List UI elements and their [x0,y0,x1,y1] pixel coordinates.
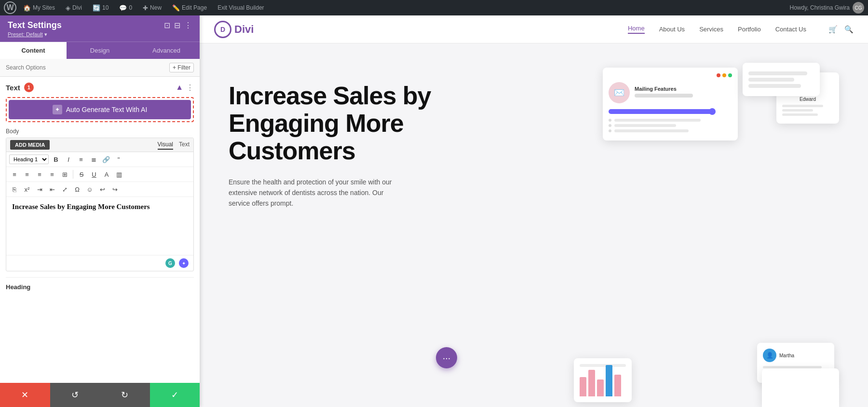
strikethrough-button[interactable]: S [76,169,87,180]
align-left-button[interactable]: ≡ [9,169,20,180]
panel-preset[interactable]: Preset: Default ▾ [8,31,192,38]
editor-tab-text[interactable]: Text [179,140,190,150]
align-justify-button[interactable]: ≡ [47,169,57,180]
add-media-button[interactable]: ADD MEDIA [10,140,50,150]
superscript-button[interactable]: x² [22,184,32,195]
nav-link-services[interactable]: Services [699,26,723,33]
section-more-icon[interactable]: ⋮ [186,83,194,92]
panel-maximize-icon[interactable]: ⊡ [164,21,170,30]
nav-link-about[interactable]: About Us [659,26,685,33]
indent-button[interactable]: ⇥ [34,184,45,195]
align-center-button[interactable]: ≡ [22,169,32,180]
dot-yellow [722,73,726,77]
filter-button[interactable]: + Filter [169,63,194,72]
left-panel: Text Settings ⊡ ⊟ ⋮ Preset: Default ▾ Co… [0,15,200,407]
dot-red [717,73,720,77]
bar-3 [597,379,604,396]
redo-button[interactable]: ↻ [100,383,150,407]
special-char-button[interactable]: Ω [72,184,82,195]
editor-tab-visual[interactable]: Visual [158,140,173,150]
section-title-text: Text [6,84,20,92]
panel-header-icons: ⊡ ⊟ ⋮ [164,21,192,30]
search-nav-icon[interactable]: 🔍 [844,25,854,34]
admin-bar-comments[interactable]: 💬 0 [115,2,136,14]
panel-tabs: Content Design Advanced [0,42,200,59]
editor-footer: G ✦ [6,255,193,271]
tab-content[interactable]: Content [0,42,67,59]
list-line-1 [609,119,732,122]
top-right-card [743,63,820,96]
card-line-short [635,94,693,98]
martha-avatar: 👤 [763,349,776,362]
nav-link-home[interactable]: Home [628,25,645,34]
mini-chart [580,370,626,396]
list-line-3 [609,129,732,132]
dot-green [728,73,732,77]
bold-button[interactable]: B [51,154,61,165]
tab-design[interactable]: Design [67,42,133,59]
body-label: Body [6,128,194,135]
site-logo-icon: D [214,21,231,38]
bar-2 [588,370,595,396]
editor-content[interactable]: Increase Sales by Engaging More Customer… [6,197,193,255]
panel-header: Text Settings ⊡ ⊟ ⋮ Preset: Default ▾ [0,15,200,42]
bullet-list-button[interactable]: ≡ [76,154,86,165]
cancel-button[interactable]: ✕ [0,383,50,407]
fullscreen-button[interactable]: ⤢ [59,184,70,195]
link-button[interactable]: 🔗 [101,154,111,165]
site-nav: D Divi Home About Us Services Portfolio … [200,15,868,43]
text-bg-button[interactable]: ▥ [114,169,124,180]
text-color-button[interactable]: A [101,169,112,180]
emoji-button[interactable]: ☺ [84,184,95,195]
outdent-button[interactable]: ⇤ [47,184,57,195]
undo-button[interactable]: ↺ [50,383,100,407]
bar-5 [614,375,621,396]
blockquote-button[interactable]: " [113,154,124,165]
wp-logo-icon[interactable]: W [4,1,16,14]
cart-icon[interactable]: 🛒 [828,25,838,34]
panel-more-icon[interactable]: ⋮ [184,21,192,30]
admin-bar-divi[interactable]: ◈ Divi [62,2,86,14]
admin-bar-loops[interactable]: 🔄 10 [89,2,112,14]
admin-bar-right: Howdy, Christina Gwira CG [790,2,864,14]
nav-link-portfolio[interactable]: Portfolio [738,26,761,33]
martha-header: 👤 Martha [763,349,828,362]
edward-avatar: 👤 [800,78,815,94]
format-row-3: ⎘ x² ⇥ ⇤ ⤢ Ω ☺ ↩ ↪ [6,182,193,197]
table-button[interactable]: ⊞ [59,169,70,180]
martha-name: Martha [779,353,794,358]
site-preview: D Divi Home About Us Services Portfolio … [200,15,868,407]
heading-section: Heading [6,277,194,291]
format-row-2: ≡ ≡ ≡ ≡ ⊞ S U A ▥ [6,167,193,182]
heading-select[interactable]: Heading 1 Heading 2 Paragraph [9,154,49,164]
panel-split-icon[interactable]: ⊟ [174,21,180,30]
numbered-list-button[interactable]: ≣ [88,154,99,165]
section-collapse-icon[interactable]: ▲ [176,83,183,92]
fab-button[interactable]: ··· [436,347,457,368]
hero-content: Increase Sales by Engaging More Customer… [229,72,431,209]
align-right-button[interactable]: ≡ [34,169,45,180]
mailing-card: ✉️ Mailing Features [603,68,738,140]
search-input[interactable] [6,64,165,71]
edward-lines [782,105,833,116]
redo-format-button[interactable]: ↪ [109,184,120,195]
nav-link-contact[interactable]: Contact Us [775,26,806,33]
site-logo: D Divi [214,21,254,38]
ai-button-wrapper: ✦ Auto Generate Text With AI [6,97,194,122]
admin-bar-edit-page[interactable]: ✏️ Edit Page [168,2,211,14]
underline-button[interactable]: U [89,169,99,180]
tab-advanced[interactable]: Advanced [133,42,200,59]
heading-section-title: Heading [6,283,30,291]
hero-title: Increase Sales by Engaging More Customer… [229,82,431,165]
hero-section: Increase Sales by Engaging More Customer… [200,43,868,407]
ai-generate-button[interactable]: ✦ Auto Generate Text With AI [9,100,191,119]
tr-lines [748,71,814,88]
paste-button[interactable]: ⎘ [9,184,20,195]
admin-bar-exit-builder[interactable]: Exit Visual Builder [214,2,268,13]
admin-avatar: CG [853,2,864,14]
admin-bar-mysites[interactable]: 🏠 My Sites [19,2,59,14]
admin-bar-new[interactable]: ✚ New [139,2,165,14]
undo-format-button[interactable]: ↩ [97,184,108,195]
save-button[interactable]: ✓ [150,383,200,407]
italic-button[interactable]: I [63,154,74,165]
